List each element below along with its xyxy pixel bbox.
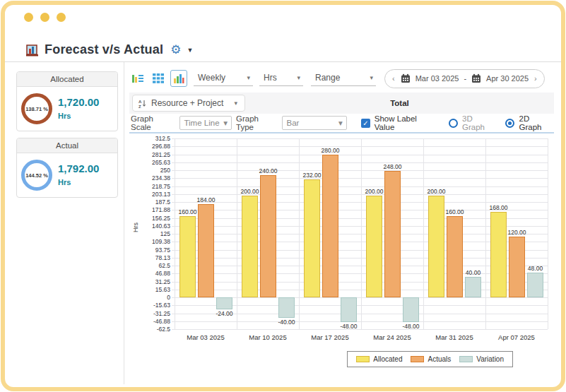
x-axis-label: Apr 07 2025 — [485, 333, 548, 341]
graph-type-value: Bar — [286, 119, 299, 127]
toolbar: Weekly ▾ Hrs ▾ Range ▾ ‹ — [129, 68, 554, 89]
gridline — [361, 138, 362, 329]
y-tick-label: 218.75 — [142, 183, 170, 190]
date-range-picker: ‹ Mar 03 2025 - — [384, 69, 545, 88]
gridline — [485, 138, 486, 329]
start-date[interactable]: Mar 03 2025 — [415, 74, 459, 83]
y-axis-title: Hrs — [132, 222, 139, 232]
grid-view-icon[interactable] — [150, 70, 167, 87]
allocated-bar — [490, 212, 507, 297]
y-tick-label: -46.88 — [142, 318, 170, 325]
legend-swatch — [411, 356, 424, 362]
gridline — [423, 138, 424, 329]
graph-type-select[interactable]: Bar ▾ — [282, 116, 346, 130]
bar-value-label: 184.00 — [190, 196, 223, 203]
actuals-bar — [198, 204, 214, 297]
y-tick-label: -31.25 — [142, 310, 170, 317]
chevron-down-icon: ▾ — [247, 74, 250, 81]
y-tick-label: -62.5 — [142, 326, 170, 333]
chevron-down-icon: ▾ — [234, 100, 237, 107]
bar-value-label: 40.00 — [457, 269, 490, 276]
gear-icon[interactable]: ⚙ — [170, 44, 181, 56]
show-label-value-checkbox[interactable]: ✓ — [361, 119, 370, 128]
resource-project-dropdown[interactable]: A Z Resource + Project ▾ — [132, 95, 245, 112]
bar-value-label: -24.00 — [208, 310, 241, 317]
window-dot[interactable] — [40, 13, 49, 22]
prev-period-button[interactable]: ‹ — [391, 74, 396, 83]
y-tick-label: 296.88 — [142, 143, 170, 150]
plot-area: 160.00200.00232.00200.00200.00168.00184.… — [175, 138, 548, 329]
actual-card-header: Actual — [17, 138, 117, 153]
gridline — [548, 138, 548, 329]
y-tick-label: 265.63 — [142, 159, 170, 166]
legend-item: Allocated — [356, 355, 402, 363]
chevron-down-icon[interactable]: ▼ — [187, 47, 193, 54]
3d-graph-radio[interactable] — [449, 119, 458, 128]
bar-value-label: 240.00 — [252, 167, 285, 174]
actuals-bar — [322, 155, 338, 297]
chevron-down-icon: ▾ — [370, 74, 373, 81]
period-select-value: Weekly — [198, 73, 225, 83]
sort-az-icon: A Z — [138, 99, 146, 108]
gridline — [172, 138, 548, 139]
y-tick-label: 78.13 — [142, 254, 170, 261]
variation-bar — [278, 297, 295, 318]
y-tick-label: 171.88 — [142, 206, 170, 213]
y-tick-label: 250 — [142, 167, 170, 174]
legend-label: Variation — [476, 355, 504, 363]
total-column-header: Total — [245, 99, 554, 107]
variation-bar — [527, 273, 543, 297]
gridline — [299, 138, 300, 329]
unit-select[interactable]: Hrs ▾ — [259, 71, 303, 86]
y-tick-label: 109.38 — [142, 238, 170, 245]
actual-unit: Hrs — [58, 178, 71, 186]
window-dot[interactable] — [24, 13, 33, 22]
allocated-unit: Hrs — [58, 112, 71, 120]
actuals-bar — [447, 216, 463, 297]
app-window: Forecast v/s Actual ⚙ ▼ Allocated 138.71… — [1, 1, 565, 391]
bar-value-label: -40.00 — [271, 319, 303, 326]
y-tick-label: 0 — [142, 294, 170, 301]
y-tick-label: -15.63 — [142, 302, 170, 309]
allocated-percent-gauge: 138.71 % — [21, 93, 52, 124]
legend-item: Variation — [459, 355, 504, 363]
legend-label: Allocated — [373, 355, 402, 363]
end-date[interactable]: Apr 30 2025 — [486, 74, 529, 83]
forecast-actual-chart: Hrs 312.5296.88281.25265.63250234.38218.… — [129, 133, 554, 384]
range-select[interactable]: Range ▾ — [311, 71, 376, 86]
chevron-down-icon: ▾ — [297, 74, 300, 81]
y-tick-label: 15.63 — [142, 286, 170, 293]
y-tick-label: 140.63 — [142, 222, 170, 230]
bar-value-label: 280.00 — [314, 147, 347, 154]
summary-sidebar: Allocated 138.71 % 1,720.00 Hrs Actual 1… — [5, 62, 124, 384]
y-tick-label: 46.88 — [142, 270, 170, 277]
gridline — [172, 170, 548, 171]
page-title: Forecast v/s Actual — [45, 42, 163, 57]
graph-scale-label: Graph Scale — [131, 114, 175, 131]
gridline — [172, 155, 548, 155]
next-period-button[interactable]: › — [533, 74, 538, 83]
graph-scale-select[interactable]: Time Line ▾ — [179, 116, 232, 130]
x-axis-label: Mar 24 2025 — [361, 333, 423, 341]
allocated-card-header: Allocated — [17, 72, 117, 87]
variation-bar — [465, 277, 481, 297]
gridline — [175, 138, 175, 329]
svg-text:A: A — [138, 99, 142, 103]
range-select-value: Range — [315, 73, 340, 83]
x-axis-label: Mar 03 2025 — [175, 333, 237, 341]
bar-value-label: 168.00 — [483, 204, 515, 211]
window-dot[interactable] — [57, 13, 66, 22]
y-tick-label: 31.25 — [142, 278, 170, 285]
chart-list-view-icon[interactable] — [129, 70, 146, 87]
y-tick-label: 281.25 — [142, 151, 170, 158]
bar-chart-view-icon[interactable] — [170, 70, 187, 87]
date-separator: - — [464, 74, 466, 83]
bar-value-label: -48.00 — [333, 323, 365, 330]
period-select[interactable]: Weekly ▾ — [194, 71, 253, 86]
y-tick-label: 93.75 — [142, 247, 170, 254]
actuals-bar — [384, 171, 401, 297]
gridline — [172, 202, 548, 203]
y-tick-label: 62.5 — [142, 262, 170, 269]
actual-percent: 144.52 % — [25, 172, 48, 179]
2d-graph-radio[interactable] — [505, 119, 514, 128]
